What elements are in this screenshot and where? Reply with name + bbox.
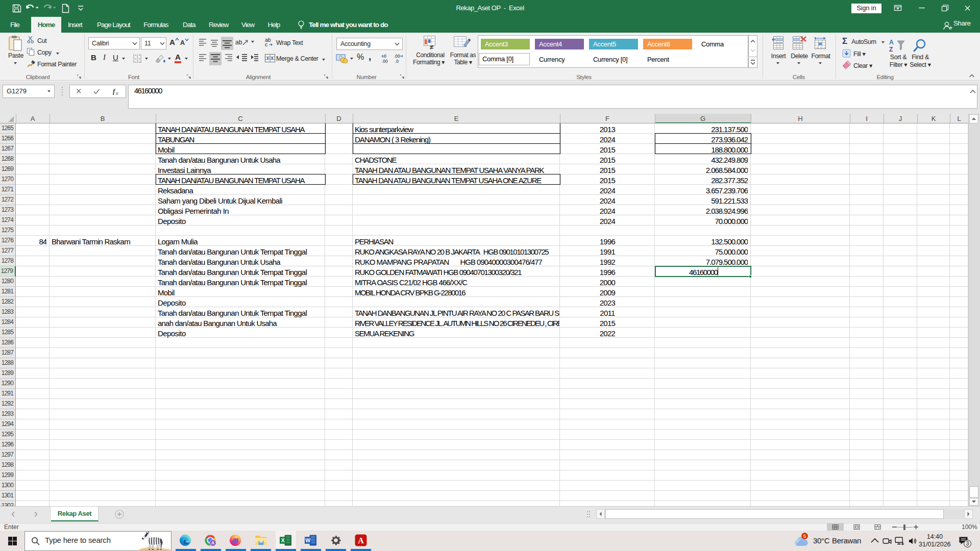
svg-text:.00: .00 (394, 54, 400, 59)
svg-text:.00: .00 (382, 59, 388, 64)
svg-text:A: A (889, 39, 894, 46)
svg-text:x: x (115, 90, 118, 96)
svg-text:ab: ab (235, 39, 242, 46)
svg-text:c: c (265, 41, 267, 47)
svg-text:A: A (211, 540, 214, 545)
svg-text:A: A (358, 536, 364, 545)
svg-text:X: X (281, 537, 285, 543)
svg-text:≠: ≠ (430, 43, 433, 51)
svg-text:.0: .0 (395, 59, 399, 64)
svg-text:Z: Z (889, 46, 893, 53)
svg-text:W: W (305, 537, 310, 543)
